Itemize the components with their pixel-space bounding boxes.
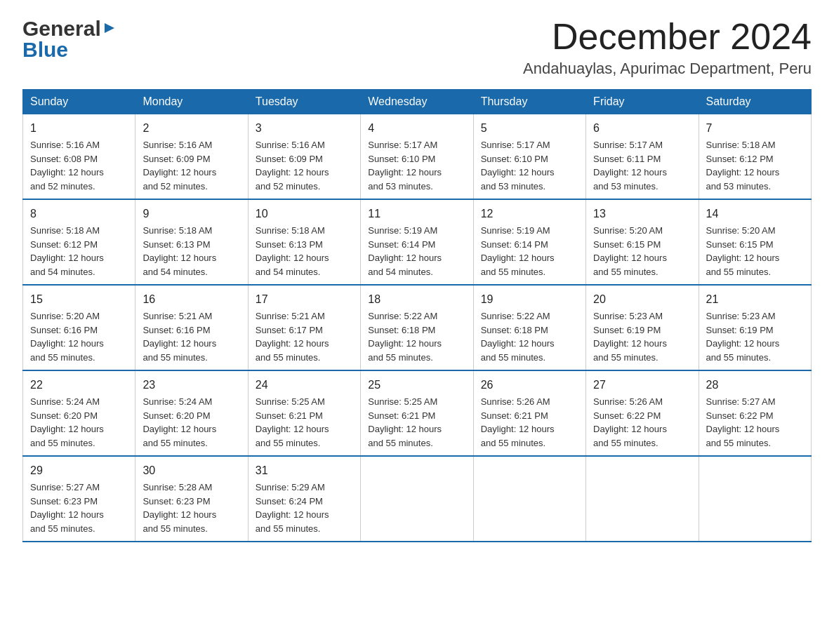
day-info: Sunrise: 5:26 AMSunset: 6:21 PMDaylight:…	[481, 396, 555, 448]
calendar-day-11: 11 Sunrise: 5:19 AMSunset: 6:14 PMDaylig…	[361, 199, 473, 285]
day-number: 2	[143, 120, 240, 137]
day-number: 21	[706, 291, 804, 308]
day-info: Sunrise: 5:27 AMSunset: 6:23 PMDaylight:…	[30, 482, 104, 534]
day-number: 25	[368, 377, 465, 394]
logo-arrow-icon	[101, 22, 116, 36]
header-sunday: Sunday	[23, 90, 135, 114]
calendar-day-5: 5 Sunrise: 5:17 AMSunset: 6:10 PMDayligh…	[473, 114, 585, 200]
calendar-day-19: 19 Sunrise: 5:22 AMSunset: 6:18 PMDaylig…	[473, 285, 585, 370]
month-title: December 2024	[523, 17, 812, 57]
day-number: 15	[30, 291, 128, 308]
day-info: Sunrise: 5:16 AMSunset: 6:09 PMDaylight:…	[256, 140, 329, 192]
calendar-day-16: 16 Sunrise: 5:21 AMSunset: 6:16 PMDaylig…	[135, 285, 248, 370]
calendar-table: SundayMondayTuesdayWednesdayThursdayFrid…	[22, 89, 812, 542]
day-info: Sunrise: 5:23 AMSunset: 6:19 PMDaylight:…	[706, 311, 780, 363]
day-info: Sunrise: 5:21 AMSunset: 6:17 PMDaylight:…	[256, 311, 329, 363]
day-number: 27	[593, 377, 691, 394]
calendar-week-row: 15 Sunrise: 5:20 AMSunset: 6:16 PMDaylig…	[23, 285, 812, 370]
day-info: Sunrise: 5:22 AMSunset: 6:18 PMDaylight:…	[368, 311, 442, 363]
day-info: Sunrise: 5:19 AMSunset: 6:14 PMDaylight:…	[481, 225, 555, 277]
calendar-day-12: 12 Sunrise: 5:19 AMSunset: 6:14 PMDaylig…	[473, 199, 585, 285]
calendar-day-31: 31 Sunrise: 5:29 AMSunset: 6:24 PMDaylig…	[248, 456, 360, 542]
location-subtitle: Andahuaylas, Apurimac Department, Peru	[523, 60, 812, 78]
calendar-day-22: 22 Sunrise: 5:24 AMSunset: 6:20 PMDaylig…	[23, 370, 135, 456]
day-info: Sunrise: 5:28 AMSunset: 6:23 PMDaylight:…	[143, 482, 216, 534]
day-number: 11	[368, 206, 465, 222]
calendar-day-27: 27 Sunrise: 5:26 AMSunset: 6:22 PMDaylig…	[586, 370, 699, 456]
calendar-day-14: 14 Sunrise: 5:20 AMSunset: 6:15 PMDaylig…	[699, 199, 811, 285]
header-saturday: Saturday	[699, 90, 811, 114]
calendar-day-3: 3 Sunrise: 5:16 AMSunset: 6:09 PMDayligh…	[248, 114, 360, 200]
calendar-day-empty	[473, 456, 585, 542]
calendar-day-24: 24 Sunrise: 5:25 AMSunset: 6:21 PMDaylig…	[248, 370, 360, 456]
calendar-day-6: 6 Sunrise: 5:17 AMSunset: 6:11 PMDayligh…	[586, 114, 699, 200]
logo-blue-text: Blue	[22, 38, 68, 62]
calendar-day-18: 18 Sunrise: 5:22 AMSunset: 6:18 PMDaylig…	[361, 285, 473, 370]
day-number: 19	[481, 291, 578, 308]
day-number: 6	[593, 120, 691, 137]
header-wednesday: Wednesday	[361, 90, 473, 114]
calendar-day-29: 29 Sunrise: 5:27 AMSunset: 6:23 PMDaylig…	[23, 456, 135, 542]
day-number: 29	[30, 462, 128, 479]
day-info: Sunrise: 5:24 AMSunset: 6:20 PMDaylight:…	[30, 396, 104, 448]
title-section: December 2024 Andahuaylas, Apurimac Depa…	[523, 17, 812, 78]
day-info: Sunrise: 5:27 AMSunset: 6:22 PMDaylight:…	[706, 396, 780, 448]
day-number: 5	[481, 120, 578, 137]
calendar-week-row: 1 Sunrise: 5:16 AMSunset: 6:08 PMDayligh…	[23, 114, 812, 200]
calendar-day-25: 25 Sunrise: 5:25 AMSunset: 6:21 PMDaylig…	[361, 370, 473, 456]
day-info: Sunrise: 5:22 AMSunset: 6:18 PMDaylight:…	[481, 311, 555, 363]
header-tuesday: Tuesday	[248, 90, 360, 114]
day-number: 8	[30, 206, 128, 222]
day-number: 3	[256, 120, 353, 137]
day-number: 4	[368, 120, 465, 137]
day-number: 20	[593, 291, 691, 308]
day-info: Sunrise: 5:19 AMSunset: 6:14 PMDaylight:…	[368, 225, 442, 277]
header-monday: Monday	[135, 90, 248, 114]
day-number: 13	[593, 206, 691, 222]
day-number: 24	[256, 377, 353, 394]
day-info: Sunrise: 5:18 AMSunset: 6:13 PMDaylight:…	[143, 225, 216, 277]
day-number: 23	[143, 377, 240, 394]
calendar-day-21: 21 Sunrise: 5:23 AMSunset: 6:19 PMDaylig…	[699, 285, 811, 370]
day-info: Sunrise: 5:16 AMSunset: 6:08 PMDaylight:…	[30, 140, 104, 192]
day-info: Sunrise: 5:25 AMSunset: 6:21 PMDaylight:…	[256, 396, 329, 448]
day-number: 10	[256, 206, 353, 222]
calendar-day-8: 8 Sunrise: 5:18 AMSunset: 6:12 PMDayligh…	[23, 199, 135, 285]
day-number: 17	[256, 291, 353, 308]
day-number: 30	[143, 462, 240, 479]
day-info: Sunrise: 5:18 AMSunset: 6:12 PMDaylight:…	[30, 225, 104, 277]
calendar-day-28: 28 Sunrise: 5:27 AMSunset: 6:22 PMDaylig…	[699, 370, 811, 456]
day-info: Sunrise: 5:24 AMSunset: 6:20 PMDaylight:…	[143, 396, 216, 448]
svg-marker-0	[105, 23, 114, 33]
header-friday: Friday	[586, 90, 699, 114]
calendar-day-13: 13 Sunrise: 5:20 AMSunset: 6:15 PMDaylig…	[586, 199, 699, 285]
day-info: Sunrise: 5:16 AMSunset: 6:09 PMDaylight:…	[143, 140, 216, 192]
calendar-day-23: 23 Sunrise: 5:24 AMSunset: 6:20 PMDaylig…	[135, 370, 248, 456]
calendar-day-empty	[699, 456, 811, 542]
calendar-day-empty	[586, 456, 699, 542]
day-info: Sunrise: 5:17 AMSunset: 6:10 PMDaylight:…	[481, 140, 555, 192]
calendar-day-20: 20 Sunrise: 5:23 AMSunset: 6:19 PMDaylig…	[586, 285, 699, 370]
day-number: 18	[368, 291, 465, 308]
page-header: General Blue December 2024 Andahuaylas, …	[22, 17, 812, 78]
day-number: 22	[30, 377, 128, 394]
day-number: 16	[143, 291, 240, 308]
day-number: 31	[256, 462, 353, 479]
day-info: Sunrise: 5:25 AMSunset: 6:21 PMDaylight:…	[368, 396, 442, 448]
day-number: 26	[481, 377, 578, 394]
logo: General Blue	[22, 17, 116, 62]
day-number: 9	[143, 206, 240, 222]
calendar-day-1: 1 Sunrise: 5:16 AMSunset: 6:08 PMDayligh…	[23, 114, 135, 200]
calendar-day-2: 2 Sunrise: 5:16 AMSunset: 6:09 PMDayligh…	[135, 114, 248, 200]
calendar-week-row: 22 Sunrise: 5:24 AMSunset: 6:20 PMDaylig…	[23, 370, 812, 456]
calendar-day-26: 26 Sunrise: 5:26 AMSunset: 6:21 PMDaylig…	[473, 370, 585, 456]
day-info: Sunrise: 5:20 AMSunset: 6:16 PMDaylight:…	[30, 311, 104, 363]
calendar-header-row: SundayMondayTuesdayWednesdayThursdayFrid…	[23, 90, 812, 114]
day-info: Sunrise: 5:23 AMSunset: 6:19 PMDaylight:…	[593, 311, 667, 363]
calendar-week-row: 8 Sunrise: 5:18 AMSunset: 6:12 PMDayligh…	[23, 199, 812, 285]
calendar-day-4: 4 Sunrise: 5:17 AMSunset: 6:10 PMDayligh…	[361, 114, 473, 200]
calendar-day-7: 7 Sunrise: 5:18 AMSunset: 6:12 PMDayligh…	[699, 114, 811, 200]
day-number: 7	[706, 120, 804, 137]
day-info: Sunrise: 5:18 AMSunset: 6:13 PMDaylight:…	[256, 225, 329, 277]
calendar-week-row: 29 Sunrise: 5:27 AMSunset: 6:23 PMDaylig…	[23, 456, 812, 542]
